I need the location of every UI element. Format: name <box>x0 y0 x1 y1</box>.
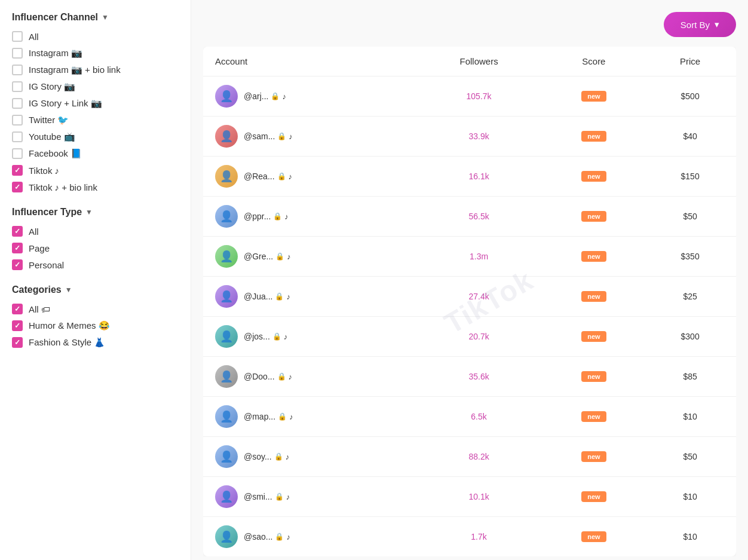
table-row[interactable]: 👤 @map... 🔒 ♪ 6.5k new $10 <box>203 397 736 437</box>
checkbox-instagram[interactable] <box>12 48 23 59</box>
followers-value: 10.1k <box>415 477 544 517</box>
price-value: $150 <box>644 157 736 197</box>
price-value: $25 <box>644 277 736 317</box>
cat-item-all[interactable]: All 🏷 <box>12 304 179 314</box>
checkbox-facebook[interactable] <box>12 148 23 159</box>
avatar: 👤 <box>215 165 238 188</box>
channel-item-tiktok[interactable]: Tiktok ♪ <box>12 165 179 176</box>
score-cell: new <box>544 317 645 357</box>
tiktok-platform-icon: ♪ <box>289 372 293 381</box>
checkbox-cat-all[interactable] <box>12 304 23 314</box>
account-handle: @Doo... 🔒 ♪ <box>244 372 292 381</box>
type-label-all: All <box>29 227 39 237</box>
table-row[interactable]: 👤 @soy... 🔒 ♪ 88.2k new $50 <box>203 437 736 477</box>
lock-icon: 🔒 <box>273 212 282 221</box>
tiktok-platform-icon: ♪ <box>282 92 286 101</box>
type-item-personal[interactable]: Personal <box>12 259 179 270</box>
account-cell: 👤 @sao... 🔒 ♪ <box>203 517 415 557</box>
categories-filter-title[interactable]: Categories ▼ <box>12 284 179 295</box>
checkbox-type-all[interactable] <box>12 226 23 237</box>
checkbox-cat-fashion[interactable] <box>12 337 23 348</box>
price-value: $40 <box>644 117 736 157</box>
channel-item-facebook[interactable]: Facebook 📘 <box>12 148 179 159</box>
categories-title-label: Categories <box>12 284 62 295</box>
score-cell: new <box>544 277 645 317</box>
checkbox-youtube[interactable] <box>12 131 23 142</box>
new-badge: new <box>581 451 606 462</box>
table-row[interactable]: 👤 @ppr... 🔒 ♪ 56.5k new $50 <box>203 197 736 237</box>
table-row[interactable]: 👤 @sam... 🔒 ♪ 33.9k new $40 <box>203 117 736 157</box>
followers-value: 20.7k <box>415 317 544 357</box>
account-handle: @soy... 🔒 ♪ <box>244 452 289 461</box>
channel-item-ig-story[interactable]: IG Story 📷 <box>12 81 179 92</box>
channel-item-instagram-bio[interactable]: Instagram 📷 + bio link <box>12 65 179 75</box>
channel-item-youtube[interactable]: Youtube 📺 <box>12 131 179 142</box>
checkbox-ig-story[interactable] <box>12 81 23 92</box>
avatar: 👤 <box>215 325 238 348</box>
score-cell: new <box>544 197 645 237</box>
checkbox-tiktok[interactable] <box>12 165 23 176</box>
table-row[interactable]: 👤 @Gre... 🔒 ♪ 1.3m new $350 <box>203 237 736 277</box>
lock-icon: 🔒 <box>272 332 281 341</box>
checkbox-type-page[interactable] <box>12 243 23 253</box>
table-row[interactable]: 👤 @Jua... 🔒 ♪ 27.4k new $25 <box>203 277 736 317</box>
tiktok-platform-icon: ♪ <box>284 332 288 341</box>
new-badge: new <box>581 251 606 262</box>
checkbox-cat-humor[interactable] <box>12 320 23 331</box>
type-filter-title[interactable]: Influencer Type ▼ <box>12 207 179 218</box>
new-badge: new <box>581 411 606 422</box>
checkbox-tiktok-bio[interactable] <box>12 182 23 192</box>
sort-by-button[interactable]: Sort By ▾ <box>664 12 736 37</box>
checkbox-type-personal[interactable] <box>12 259 23 270</box>
cat-item-fashion[interactable]: Fashion & Style 👗 <box>12 337 179 348</box>
channel-item-all[interactable]: All <box>12 31 179 42</box>
checkbox-all-channel[interactable] <box>12 31 23 42</box>
followers-value: 1.7k <box>415 517 544 557</box>
followers-value: 33.9k <box>415 117 544 157</box>
sort-by-label: Sort By <box>680 20 710 30</box>
account-cell: 👤 @Gre... 🔒 ♪ <box>203 237 415 277</box>
channel-label-instagram-bio: Instagram 📷 + bio link <box>29 65 121 75</box>
sidebar: Influencer Channel ▼ All Instagram 📷 Ins… <box>0 0 191 560</box>
score-cell: new <box>544 357 645 397</box>
channel-item-tiktok-bio[interactable]: Tiktok ♪ + bio link <box>12 182 179 192</box>
table-row[interactable]: 👤 @Rea... 🔒 ♪ 16.1k new $150 <box>203 157 736 197</box>
channel-item-instagram[interactable]: Instagram 📷 <box>12 48 179 59</box>
channel-filter-title[interactable]: Influencer Channel ▼ <box>12 12 179 23</box>
type-item-all[interactable]: All <box>12 226 179 237</box>
followers-value: 16.1k <box>415 157 544 197</box>
tiktok-platform-icon: ♪ <box>286 533 290 541</box>
new-badge: new <box>581 211 606 222</box>
account-handle: @sao... 🔒 ♪ <box>244 532 290 541</box>
cat-item-humor[interactable]: Humor & Memes 😂 <box>12 320 179 331</box>
checkbox-twitter[interactable] <box>12 115 23 126</box>
main-content: Sort By ▾ TikTok Account Followers Score… <box>191 0 748 560</box>
lock-icon: 🔒 <box>277 372 286 381</box>
checkbox-instagram-bio[interactable] <box>12 65 23 75</box>
table-row[interactable]: 👤 @Doo... 🔒 ♪ 35.6k new $85 <box>203 357 736 397</box>
score-cell: new <box>544 117 645 157</box>
table-row[interactable]: 👤 @arj... 🔒 ♪ 105.7k new $500 <box>203 76 736 117</box>
channel-label-all: All <box>29 32 39 42</box>
price-value: $500 <box>644 76 736 117</box>
score-cell: new <box>544 157 645 197</box>
table-row[interactable]: 👤 @jos... 🔒 ♪ 20.7k new $300 <box>203 317 736 357</box>
col-price: Price <box>644 47 736 76</box>
tiktok-platform-icon: ♪ <box>289 132 293 141</box>
avatar: 👤 <box>215 125 238 148</box>
channel-item-ig-story-link[interactable]: IG Story + Link 📷 <box>12 98 179 109</box>
followers-value: 27.4k <box>415 277 544 317</box>
avatar: 👤 <box>215 445 238 468</box>
table-row[interactable]: 👤 @sao... 🔒 ♪ 1.7k new $10 <box>203 517 736 557</box>
checkbox-ig-story-link[interactable] <box>12 98 23 109</box>
table-row[interactable]: 👤 @smi... 🔒 ♪ 10.1k new $10 <box>203 477 736 517</box>
channel-label-ig-story-link: IG Story + Link 📷 <box>29 98 102 109</box>
channel-item-twitter[interactable]: Twitter 🐦 <box>12 115 179 126</box>
account-cell: 👤 @soy... 🔒 ♪ <box>203 437 415 477</box>
followers-value: 88.2k <box>415 437 544 477</box>
type-item-page[interactable]: Page <box>12 243 179 253</box>
account-cell: 👤 @Jua... 🔒 ♪ <box>203 277 415 317</box>
account-handle: @Jua... 🔒 ♪ <box>244 292 290 301</box>
account-cell: 👤 @sam... 🔒 ♪ <box>203 117 415 157</box>
account-cell: 👤 @ppr... 🔒 ♪ <box>203 197 415 237</box>
